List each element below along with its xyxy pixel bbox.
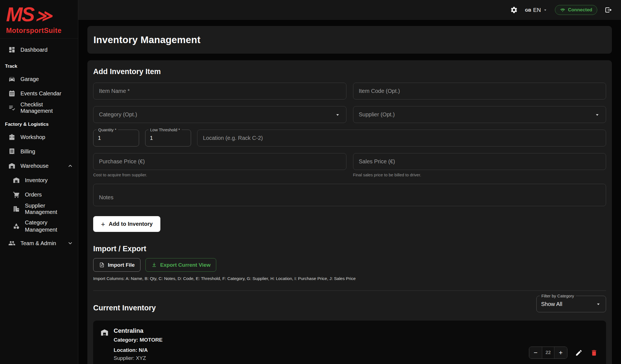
file-upload-icon [99,262,105,268]
quantity-value: 22 [542,347,554,358]
form-row-1 [93,83,606,99]
item-name-field-wrap [93,83,346,99]
low-threshold-field-wrap: Low Threshold * [145,130,191,146]
warehouse-icon [100,328,109,337]
calendar-icon [8,90,15,97]
language-selector[interactable]: GB EN [525,7,548,13]
section-divider [93,290,606,291]
low-threshold-input[interactable] [150,135,186,141]
import-export-buttons: Import File Export Current View [93,258,606,272]
item-actions: − 22 + [529,347,598,359]
sidebar: MS≫ MotorsportSuite Dashboard Track Gara… [0,0,78,364]
form-row-2: Category (Opt.) Supplier (Opt.) [93,106,606,123]
wifi-icon [560,7,565,13]
location-field-wrap [197,130,606,146]
item-code-input[interactable] [359,83,601,99]
purchase-price-field-wrap [93,153,346,170]
warehouse-icon [8,162,15,169]
edit-pencil-icon[interactable] [575,349,583,357]
quantity-label: Quantity * [96,127,118,132]
form-row-4: Cost to acquire from supplier. Final sal… [93,153,606,177]
sidebar-item-garage[interactable]: Garage [0,72,78,86]
brand-name: MotorsportSuite [6,27,72,35]
sidebar-item-checklist-management[interactable]: Checklist Management [0,101,78,115]
chevron-down-icon [67,240,73,246]
warehouse-icon [13,177,20,184]
location-input[interactable] [203,130,600,146]
filter-by-category-select[interactable]: Filter by Category Show All [536,296,606,312]
sales-price-input[interactable] [359,153,601,170]
sidebar-item-events-calendar[interactable]: Events Calendar [0,86,78,101]
dropdown-arrow-icon [594,112,600,118]
low-threshold-label: Low Threshold * [148,127,182,132]
sidebar-item-category-management[interactable]: Category Management [0,216,78,236]
app-logo[interactable]: MS≫ MotorsportSuite [0,0,78,39]
item-code-field-wrap [353,83,606,99]
sidebar-item-team-admin[interactable]: Team & Admin [0,236,78,250]
sidebar-item-workshop[interactable]: Workshop [0,130,78,144]
delete-trash-icon[interactable] [590,349,598,357]
quantity-decrease-button[interactable]: − [529,347,542,358]
receipt-icon [8,148,15,155]
car-icon [8,75,15,83]
building-icon [13,205,20,213]
category-select[interactable]: Category (Opt.) [93,106,346,123]
sidebar-item-dashboard[interactable]: Dashboard [0,43,78,57]
logout-icon[interactable] [604,6,612,14]
chevron-down-icon [543,7,548,12]
download-icon [151,262,157,268]
sidebar-item-supplier-management[interactable]: Supplier Management [0,202,78,216]
sales-price-field-wrap [353,153,606,170]
language-code: EN [533,7,541,13]
chevron-up-icon [67,163,73,169]
sidebar-item-inventory[interactable]: Inventory [0,173,78,187]
item-name-input[interactable] [99,83,341,99]
item-supplier: Supplier: XYZ [114,354,188,362]
sidebar-item-billing[interactable]: Billing [0,144,78,159]
sidebar-section-track: Track [0,57,78,72]
sidebar-nav: Dashboard Track Garage Events Calendar [0,39,78,364]
sales-price-helper: Final sales price to be billed to driver… [353,172,606,177]
inventory-item-card: Centralina Category: MOTORE Location: N/… [93,321,606,364]
import-export-heading: Import / Export [93,245,606,253]
logo-chevrons-icon: ≫ [35,8,49,24]
purchase-price-helper: Cost to acquire from supplier. [93,172,346,177]
inventory-form-card: Add Inventory Item Category (Opt.) [87,60,612,364]
form-row-3: Quantity * Low Threshold * [93,130,606,146]
sidebar-item-orders[interactable]: Orders [0,187,78,202]
purchase-price-input[interactable] [99,153,341,170]
cart-icon [13,191,20,198]
export-current-view-button[interactable]: Export Current View [145,258,216,272]
supplier-select[interactable]: Supplier (Opt.) [353,106,606,123]
quantity-field-wrap: Quantity * [93,130,139,146]
dashboard-icon [8,46,15,53]
item-location: Location: N/A [114,346,188,354]
notes-field-wrap [93,184,606,206]
quantity-increase-button[interactable]: + [554,347,567,358]
sidebar-section-factory-logistics: Factory & Logistics [0,115,78,130]
page-title: Inventory Management [93,34,606,45]
add-to-inventory-button[interactable]: + Add to Inventory [93,216,160,232]
sidebar-item-warehouse[interactable]: Warehouse [0,159,78,173]
content-column: GB EN Connected Inventory Management [78,0,621,364]
region-code: GB [525,8,531,12]
page-title-card: Inventory Management [87,26,612,54]
top-header: GB EN Connected [78,0,621,20]
people-icon [8,240,15,247]
shapes-icon [13,222,20,230]
import-file-button[interactable]: Import File [93,258,140,272]
add-item-heading: Add Inventory Item [93,67,606,76]
item-name: Centralina [114,327,188,334]
settings-gear-icon[interactable] [510,6,518,14]
item-code: Code: XYZ0001 [114,362,188,364]
item-category: Category: MOTORE [114,336,188,344]
current-inventory-heading: Current Inventory [93,304,156,312]
connection-status-label: Connected [568,7,592,13]
plus-icon: + [101,221,105,228]
dropdown-arrow-icon [335,112,341,118]
quantity-stepper: − 22 + [529,347,567,359]
connection-status-badge: Connected [555,5,597,15]
notes-input[interactable] [99,189,600,206]
current-inventory-header-row: Current Inventory Filter by Category Sho… [93,296,606,312]
quantity-input[interactable] [98,135,134,141]
